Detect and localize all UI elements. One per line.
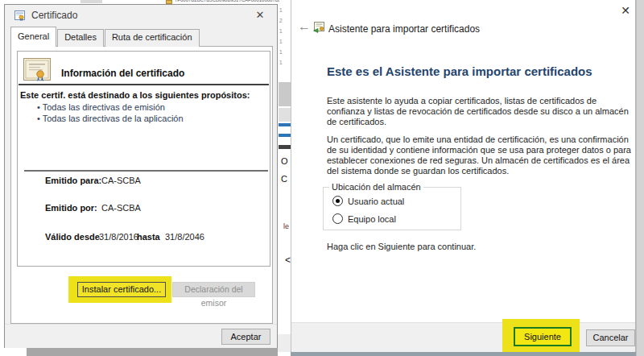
purpose-text: Todas las directivas de la aplicación (43, 114, 184, 123)
background-text-fragment: O (281, 156, 288, 166)
continue-hint-text: Haga clic en Siguiente para continuar. (327, 242, 476, 251)
back-arrow-icon[interactable]: ← (298, 19, 311, 34)
background-digits-column: 1 2 1 1 1 1 (279, 5, 283, 68)
install-certificate-button[interactable]: Instalar certificado... (77, 282, 166, 297)
divider (19, 84, 269, 85)
issued-by-label: Emitido por: (45, 203, 97, 213)
valid-until-value: 31/8/2046 (165, 232, 204, 242)
wizard-paragraph: Un certificado, que lo emite una entidad… (327, 135, 638, 176)
background-block (279, 145, 291, 149)
bullet-icon: • (37, 114, 40, 123)
certificate-import-wizard: ✕ ← Asistente para importar certificados… (291, 0, 636, 352)
background-text-fragment: le (283, 222, 289, 230)
valid-until-label: hasta (137, 232, 160, 242)
purpose-text: Todas las directivas de emisión (43, 102, 165, 112)
divider (24, 170, 268, 172)
certificate-icon (14, 10, 25, 21)
purpose-item: • Todas las directivas de la aplicación (37, 114, 184, 123)
certificate-purpose-heading: Este certif. está destinado a los siguie… (20, 90, 250, 100)
purpose-item: • Todas las directivas de emisión (37, 102, 165, 112)
radio-selected-icon[interactable] (332, 196, 343, 206)
certificate-dialog: Certificado ✕ General Detalles Ruta de c… (4, 4, 278, 348)
close-icon[interactable]: ✕ (616, 2, 635, 19)
issued-to-label: Emitido para: (45, 176, 101, 185)
wizard-footer (291, 322, 635, 352)
radio-label: Usuario actual (348, 197, 404, 206)
background-block (278, 334, 291, 352)
radio-equipo-local[interactable]: Equipo local (332, 213, 396, 224)
import-certificate-icon (313, 22, 325, 33)
certificate-large-icon (23, 58, 51, 82)
valid-from-label: Válido desde (45, 232, 100, 242)
certificate-tabs: General Detalles Ruta de certificación (10, 27, 200, 47)
screen: 7F0007B2BC7B5CD890B9517CAF000100007B2BC … (0, 0, 644, 356)
background-selection-bar (279, 134, 291, 137)
radio-label: Equipo local (348, 214, 396, 224)
background-block (279, 82, 291, 106)
background-edge-strip (636, 0, 644, 356)
radio-unselected-icon[interactable] (332, 213, 343, 224)
certificate-dialog-title: Certificado (31, 10, 77, 21)
certificate-info-heading: Información del certificado (61, 68, 184, 79)
issued-by-value: CA-SCBA (101, 203, 141, 213)
issued-to-value: CA-SCBA (101, 176, 141, 185)
tab-ruta-certificacion[interactable]: Ruta de certificación (105, 29, 200, 47)
background-block (279, 108, 291, 122)
radio-usuario-actual[interactable]: Usuario actual (332, 196, 404, 206)
background-text-fragment: < (285, 255, 291, 266)
background-list-chip (80, 0, 102, 3)
cancel-button[interactable]: Cancelar (586, 329, 635, 346)
valid-from-value: 31/8/2016 (99, 232, 138, 242)
background-taskbar-fragment (27, 348, 278, 356)
store-location-label: Ubicación del almacén (329, 182, 423, 192)
bullet-icon: • (37, 102, 40, 112)
background-taskbar-fragment (291, 352, 636, 356)
wizard-page-title: Este es el Asistente para importar certi… (327, 64, 609, 78)
background-selection-bar (279, 123, 291, 126)
wizard-paragraph: Este asistente lo ayuda a copiar certifi… (327, 96, 630, 127)
issuer-statement-button-disabled: Declaración del emisor (172, 282, 255, 297)
accept-button[interactable]: Aceptar (221, 329, 270, 345)
next-button[interactable]: Siguiente (514, 327, 572, 346)
tab-detalles[interactable]: Detalles (57, 29, 104, 47)
background-text-fragment: C (281, 174, 287, 184)
certificate-dialog-titlebar[interactable]: Certificado ✕ (5, 5, 277, 26)
tab-general[interactable]: General (10, 27, 56, 47)
wizard-header-title: Asistente para importar certificados (328, 23, 480, 35)
close-icon[interactable]: ✕ (250, 7, 270, 23)
